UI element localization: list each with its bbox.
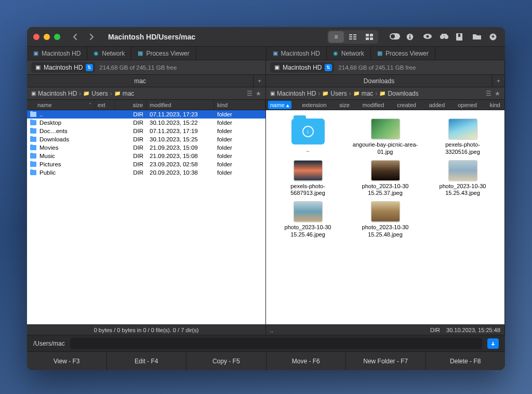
new-tab-left[interactable]: + — [253, 75, 265, 87]
folder-icon: 📁 — [322, 90, 328, 96]
star-icon[interactable]: ★ — [495, 90, 500, 97]
breadcrumb-item[interactable]: ▣Macintosh HD — [270, 90, 316, 97]
info-icon[interactable] — [406, 33, 416, 41]
folder-icon — [30, 137, 36, 142]
left-column-header[interactable]: nameˆ ext size modified kind — [27, 100, 265, 110]
file-row[interactable]: MoviesDIR21.09.2023, 15:09folder — [27, 143, 265, 152]
fn-delete[interactable]: Delete - F8 — [426, 352, 506, 370]
drive-icon: ▣ — [270, 90, 275, 96]
back-button[interactable] — [68, 31, 82, 43]
right-icon-grid[interactable]: ↓..angourie-bay-picnic-area-01.jpgpexels… — [266, 110, 504, 324]
folder-icon: 📁 — [83, 90, 89, 96]
col-name[interactable]: name ▴ — [268, 101, 291, 109]
right-pane: name ▴extensionsizemodifiedcreatedaddedo… — [266, 100, 505, 324]
breadcrumb-item[interactable]: 📁Users — [83, 90, 108, 97]
drive-selector-right[interactable]: ▣ Macintosh HD ⇅ — [270, 62, 334, 73]
grid-item[interactable]: pexels-photo-3320516.jpeg — [425, 119, 500, 156]
panes: nameˆ ext size modified kind ..DIR07.11.… — [27, 100, 505, 324]
folder-icon[interactable] — [473, 33, 482, 41]
tab-drive[interactable]: ▣Macintosh HD — [27, 47, 87, 60]
file-row[interactable]: ..DIR07.11.2023, 17:23folder — [27, 110, 265, 119]
tab-network[interactable]: ◉Network — [87, 47, 131, 60]
app-icon: ▦ — [138, 50, 143, 57]
breadcrumb-item[interactable]: 📁Users — [322, 90, 347, 97]
right-column-header[interactable]: name ▴extensionsizemodifiedcreatedaddedo… — [266, 100, 504, 110]
minimize-button[interactable] — [44, 34, 50, 40]
archive-icon[interactable] — [456, 33, 466, 41]
chevron-updown-icon: ⇅ — [325, 64, 332, 71]
binoculars-icon[interactable] — [440, 33, 449, 41]
breadcrumb-row: ▣Macintosh HD›📁Users›📁mac☰★ ▣Macintosh H… — [27, 87, 505, 100]
breadcrumb-item[interactable]: 📁mac — [353, 90, 374, 97]
svg-point-14 — [409, 34, 410, 35]
go-button[interactable] — [487, 338, 499, 349]
col-opened[interactable]: opened — [454, 100, 481, 110]
file-row[interactable]: PublicDIR20.09.2023, 10:38folder — [27, 168, 265, 177]
breadcrumb-right[interactable]: ▣Macintosh HD›📁Users›📁mac›📁Downloads☰★ — [266, 87, 505, 99]
fn-view[interactable]: View - F3 — [27, 352, 107, 370]
command-input[interactable] — [70, 338, 482, 349]
forward-button[interactable] — [84, 31, 99, 43]
view-grid-icon[interactable] — [362, 31, 377, 43]
star-icon[interactable]: ★ — [256, 90, 261, 97]
file-row[interactable]: PicturesDIR23.09.2023, 02:58folder — [27, 160, 265, 168]
tab-drive-r[interactable]: ▣Macintosh HD — [267, 47, 327, 60]
fn-move[interactable]: Move - F6 — [267, 352, 347, 370]
folder-icon: 📁 — [114, 90, 121, 96]
free-space: 214,68 GB of 245,11 GB free — [99, 64, 177, 71]
breadcrumb-left[interactable]: ▣Macintosh HD›📁Users›📁mac☰★ — [27, 87, 266, 99]
titlebar: Macintosh HD/Users/mac ≡ — [27, 27, 505, 47]
file-row[interactable]: DownloadsDIR30.10.2023, 15:25folder — [27, 135, 265, 143]
download-icon[interactable] — [489, 33, 499, 41]
grid-item[interactable]: angourie-bay-picnic-area-01.jpg — [348, 119, 423, 156]
col-added[interactable]: added — [425, 100, 449, 110]
grid-item[interactable]: ↓.. — [270, 119, 345, 156]
file-row[interactable]: MusicDIR21.09.2023, 15:08folder — [27, 152, 265, 160]
zoom-button[interactable] — [54, 34, 60, 40]
fn-newfolder[interactable]: New Folder - F7 — [346, 352, 426, 370]
left-file-list[interactable]: ..DIR07.11.2023, 17:23folderDesktopDIR30… — [27, 110, 265, 324]
breadcrumb-item[interactable]: 📁Downloads — [379, 90, 418, 97]
right-status-date: 30.10.2023, 15:25:48 — [446, 327, 500, 333]
breadcrumb-item[interactable]: 📁mac — [114, 90, 135, 97]
col-modified[interactable]: modified — [358, 100, 389, 110]
toggle-icon[interactable] — [390, 33, 399, 41]
folder-icon — [30, 170, 36, 175]
grid-item[interactable]: photo_2023-10-30 15.25.43.jpeg — [425, 160, 500, 198]
svg-rect-8 — [366, 37, 369, 40]
eye-icon[interactable] — [423, 33, 432, 41]
col-kind[interactable]: kind — [486, 100, 504, 110]
chevron-updown-icon: ⇅ — [86, 64, 93, 71]
svg-point-17 — [440, 35, 444, 39]
view-list-icon[interactable]: ≡ — [328, 31, 344, 43]
drive-selector-left[interactable]: ▣ Macintosh HD ⇅ — [31, 62, 95, 73]
close-button[interactable] — [33, 34, 39, 40]
svg-rect-21 — [458, 34, 460, 37]
image-thumbnail — [294, 201, 323, 222]
file-row[interactable]: DesktopDIR30.10.2023, 15:22folder — [27, 119, 265, 127]
fn-edit[interactable]: Edit - F4 — [107, 352, 187, 370]
grid-item[interactable]: photo_2023-10-30 15.25.46.jpeg — [270, 201, 345, 239]
breadcrumb-item[interactable]: ▣Macintosh HD — [31, 90, 77, 97]
grid-item[interactable]: photo_2023-10-30 15.25.37.jpeg — [348, 160, 423, 198]
tab-process-r[interactable]: ▦Process Viewer — [371, 47, 435, 60]
left-status: 0 bytes / 0 bytes in 0 / 0 file(s). 0 / … — [94, 327, 199, 333]
left-pane: nameˆ ext size modified kind ..DIR07.11.… — [27, 100, 266, 324]
function-bar: View - F3 Edit - F4 Copy - F5 Move - F6 … — [27, 351, 505, 370]
svg-rect-0 — [349, 34, 352, 35]
col-created[interactable]: created — [393, 100, 420, 110]
tab-process[interactable]: ▦Process Viewer — [131, 47, 196, 60]
grid-item[interactable]: pexels-photo-5687913.jpeg — [270, 160, 345, 198]
list-icon[interactable]: ☰ — [486, 90, 491, 97]
fn-copy[interactable]: Copy - F5 — [187, 352, 267, 370]
col-size[interactable]: size — [335, 100, 354, 110]
view-columns-icon[interactable] — [345, 31, 361, 43]
grid-item[interactable]: photo_2023-10-30 15.25.48.jpeg — [348, 201, 423, 239]
col-extension[interactable]: extension — [298, 100, 330, 110]
folder-icon: 📁 — [379, 90, 385, 96]
tab-network-r[interactable]: ◉Network — [327, 47, 371, 60]
file-row[interactable]: Doc…entsDIR07.11.2023, 17:19folder — [27, 127, 265, 135]
list-icon[interactable]: ☰ — [247, 90, 252, 97]
new-tab-right[interactable]: + — [492, 75, 504, 87]
svg-rect-9 — [370, 37, 373, 40]
